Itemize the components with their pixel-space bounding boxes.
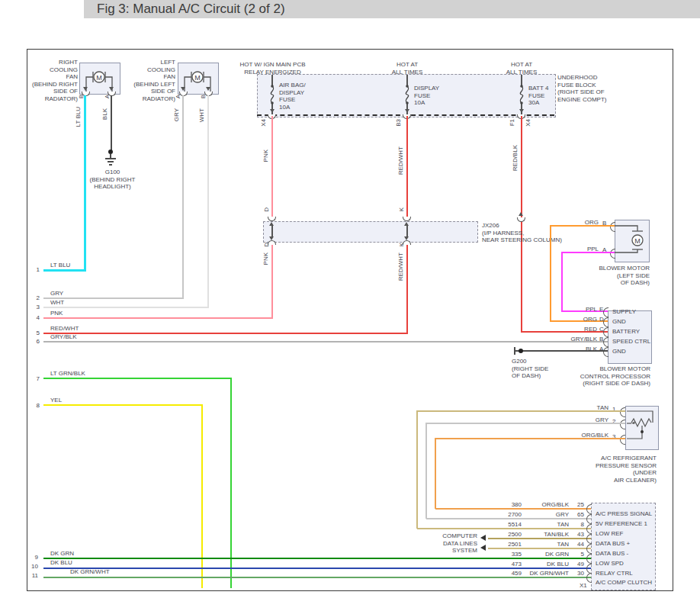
fuse-icon — [403, 84, 412, 105]
wire-gry-label: GRY — [173, 108, 180, 121]
right-cooling-fan-label: RIGHT COOLING FAN (BEHIND RIGHT SIDE OF … — [29, 59, 78, 102]
pressure-sensor-label: A/C REFRIGERANT PRESSURE SENSOR (UNDER A… — [580, 455, 657, 484]
wire-8-vertical — [201, 404, 203, 588]
wire-gry-vertical — [182, 95, 184, 299]
processor-pin-b: B — [599, 336, 603, 343]
wire-pnk-vertical-lower — [271, 243, 273, 318]
fuse-icon — [517, 84, 526, 105]
jx206-pin-k-top: K — [398, 207, 405, 211]
wire-9-number: 9 — [29, 554, 38, 561]
wire-10-label: DK BLU — [50, 559, 72, 567]
pin-43: 43 — [567, 531, 584, 539]
wire-9-label: DK GRN — [50, 550, 74, 558]
fn-data-bus-minus: DATA BUS - — [596, 550, 628, 558]
wire-gry-h1 — [426, 423, 625, 424]
processor-wire-ppl: PPL — [553, 306, 597, 314]
left-fan-pin-b: B — [200, 95, 207, 98]
wire-ppl-h1 — [562, 252, 615, 253]
wire-org-vertical — [550, 225, 551, 322]
processor-pin-e: E — [599, 306, 603, 314]
wire-7-lt-grn-blk — [43, 378, 232, 379]
wire-3-label: WHT — [50, 299, 64, 307]
wire-2-gry — [43, 297, 184, 299]
fn-5v-reference: 5V REFERENCE 1 — [596, 520, 647, 528]
g200-ground-bar-icon — [514, 347, 515, 355]
processor-pin-a: A — [599, 346, 603, 353]
wire-blk-vertical — [111, 95, 112, 150]
double-arrow-up-icon — [269, 222, 274, 226]
wire-red-wht-label: RED/WHT — [397, 146, 404, 175]
wire-6-number: 6 — [31, 338, 40, 346]
ecm-connector-x1: X1 — [580, 582, 587, 590]
processor-fn-gnd2: GND — [612, 348, 626, 355]
wire-5-number: 5 — [31, 330, 40, 337]
fuse3-label: BATT 4 FUSE 30A — [528, 85, 548, 107]
circuit-2500: 2500 — [488, 531, 522, 539]
pin-connector-icon — [603, 307, 608, 317]
g100-ground-bar-icon — [109, 164, 112, 166]
wire-4-number: 4 — [31, 314, 40, 322]
circuit-380: 380 — [488, 501, 522, 509]
fuse3-pin-x4: X4 — [525, 119, 531, 127]
wiring-diagram-canvas: Fig 3: Manual A/C Circuit (2 of 2) RIGHT… — [0, 0, 700, 611]
processor-fn-gnd1: GND — [612, 318, 626, 326]
blower-motor-icon: M — [615, 220, 648, 261]
wire-5-red-wht — [43, 333, 408, 334]
pin-connector-icon — [610, 222, 615, 232]
pin-arrow-icon — [109, 87, 114, 91]
wire-pnk-vertical-upper — [271, 116, 273, 218]
jx206-box — [263, 221, 478, 243]
right-fan-pin-a: A — [104, 95, 111, 98]
wire-6-label: GRY/BLK — [50, 333, 77, 341]
circuit-335: 335 — [488, 551, 522, 558]
processor-fn-speedctrl: SPEED CTRL — [612, 338, 650, 346]
color-2500: TAN/BLK — [525, 531, 569, 539]
pin-connector-icon — [586, 514, 592, 524]
wire-org-h1 — [551, 225, 615, 227]
data-line-arrow-icon — [480, 535, 486, 541]
pin-49: 49 — [567, 561, 584, 568]
g100-ground-bar-icon — [108, 161, 114, 162]
svg-text:M: M — [96, 74, 102, 82]
wire-red-blk-label: RED/BLK — [512, 145, 519, 171]
wire-10-number: 10 — [29, 563, 38, 571]
wire-lt-blu-label: LT BLU — [75, 107, 82, 127]
color-2501: TAN — [525, 541, 569, 548]
wire-11-label: DK GRN/WHT — [70, 568, 110, 576]
wire-7-number: 7 — [31, 375, 40, 383]
blower-processor-label: BLOWER MOTOR CONTROL PROCESSOR (RIGHT SI… — [559, 365, 650, 388]
g200-ground-dot-icon — [519, 349, 523, 353]
pin-arrow-icon — [83, 87, 88, 91]
fuse2-label: DISPLAY FUSE 10A — [414, 85, 439, 107]
sensor-pin-3: 3 — [612, 433, 615, 441]
wire-red-wht-vertical-lower — [406, 243, 408, 333]
underhood-fuse-block-label: UNDERHOOD FUSE BLOCK (RIGHT SIDE OF ENGI… — [557, 74, 606, 103]
processor-fn-supply: SUPPLY — [612, 308, 636, 316]
wire-4-pnk — [43, 317, 273, 319]
circuit-473: 473 — [488, 561, 522, 568]
pin-65: 65 — [567, 511, 584, 519]
pin-connector-icon — [620, 420, 625, 429]
wire-1-lt-blu — [43, 269, 86, 272]
wire-orgblk-h1 — [435, 438, 625, 439]
pin-connector-icon — [586, 573, 592, 583]
wire-8-label: YEL — [50, 397, 62, 404]
processor-pin-c: C — [599, 326, 604, 333]
wire-4-label: PNK — [50, 310, 63, 317]
pin-arrow-icon — [405, 109, 409, 113]
left-fan-pin-a: A — [175, 95, 181, 98]
pin-connector-icon — [603, 337, 608, 347]
fuse-icon — [268, 84, 277, 105]
color-5514: TAN — [525, 521, 569, 529]
svg-text:M: M — [194, 74, 201, 82]
wire-2-number: 2 — [31, 294, 40, 302]
wire-7-label: LT GRN/BLK — [50, 370, 85, 378]
wire-1-label: LT BLU — [50, 262, 70, 269]
pin-44: 44 — [567, 541, 584, 548]
color-2700: GRY — [525, 511, 569, 519]
pin-arrow-icon — [206, 87, 210, 91]
computer-data-lines-label: COMPUTER DATA LINES SYSTEM — [425, 532, 477, 555]
wire-8-yel — [43, 404, 203, 406]
pin-connector-icon — [610, 249, 615, 259]
processor-fn-battery: BATTERY — [612, 328, 640, 336]
